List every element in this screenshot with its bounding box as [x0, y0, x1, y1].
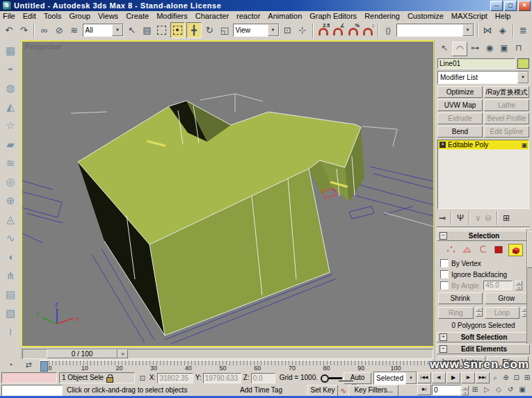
compounds-icon[interactable]: ◍ [2, 80, 19, 96]
chevron-down-icon[interactable]: ▼ [517, 72, 529, 83]
undo-icon[interactable]: ↶ [2, 23, 16, 38]
menu-file[interactable]: File [3, 12, 15, 20]
bend-button[interactable]: Bend [437, 126, 483, 138]
bind-to-space-warp-icon[interactable]: ≋ [67, 23, 81, 38]
particles-icon[interactable]: ◭ [2, 99, 19, 115]
close-button[interactable]: ✕ [518, 1, 531, 11]
selection-rollout-header[interactable]: − Selection [437, 231, 530, 241]
space-warps-icon[interactable]: ≋ [2, 155, 19, 171]
track-bar-toggle-icon[interactable]: ⇄ [21, 360, 36, 371]
expand-icon[interactable]: + [440, 333, 447, 341]
chevron-down-icon[interactable]: ▼ [405, 372, 417, 384]
menu-edit[interactable]: Edit [23, 12, 36, 20]
menu-animation[interactable]: Animation [268, 12, 302, 20]
ignore-backfacing-checkbox[interactable] [440, 270, 449, 279]
collapse-icon[interactable]: − [440, 345, 447, 353]
auto-key-button[interactable]: Auto Key [344, 372, 371, 384]
menu-modifiers[interactable]: Modifiers [156, 12, 188, 20]
optimize-button[interactable]: Optimize [437, 86, 483, 98]
menu-customize[interactable]: Customize [408, 12, 444, 20]
rectangular-selection-region-icon[interactable] [155, 23, 169, 38]
stack-item-editable-poly[interactable]: + Editable Poly ▣ [438, 140, 529, 149]
reference-coordinate-dropdown[interactable]: View ▼ [233, 24, 280, 37]
menu-character[interactable]: Character [195, 12, 229, 20]
menu-tools[interactable]: Tools [44, 12, 62, 20]
x-coordinate-field[interactable]: 31802.35 [157, 373, 193, 383]
field-of-view-icon[interactable]: ▷ [481, 385, 492, 395]
rendering-icon[interactable]: ∿ [2, 230, 19, 246]
tab-display-icon[interactable]: ▣ [497, 42, 511, 55]
selection-filter-dropdown[interactable]: All ▼ [83, 24, 124, 37]
current-frame-field[interactable]: 0 [432, 385, 461, 395]
tab-create-icon[interactable]: ↖ [437, 42, 451, 55]
redo-icon[interactable]: ↷ [17, 23, 31, 38]
chevron-down-icon[interactable]: ▼ [268, 24, 279, 36]
go-to-end-button[interactable]: ▶▶| [476, 372, 490, 383]
element-mode-icon[interactable] [508, 244, 523, 256]
zoom-icon[interactable]: ⌕ [490, 373, 500, 383]
select-and-manipulate-icon[interactable]: ⊹ [296, 23, 309, 38]
z-coordinate-field[interactable]: 0.0 [251, 373, 275, 383]
mirror-icon[interactable]: ⋈ [481, 23, 495, 38]
min-max-toggle-icon[interactable]: ▣ [517, 385, 528, 395]
modifier-list-dropdown[interactable]: Modifier List ▼ [437, 71, 529, 84]
selection-lock-icon[interactable] [106, 374, 113, 382]
menu-reactor[interactable]: reactor [236, 12, 260, 20]
select-and-scale-icon[interactable]: ◱ [218, 23, 232, 38]
tab-hierarchy-icon[interactable]: ⊶ [468, 42, 482, 55]
vertex-mode-icon[interactable] [444, 244, 458, 255]
schematic-icon[interactable]: ▤ [2, 286, 19, 302]
named-selection-dropdown[interactable]: ▼ [396, 24, 474, 37]
by-vertex-checkbox[interactable] [440, 259, 449, 267]
helpers-icon[interactable]: ◎ [2, 174, 19, 190]
play-button[interactable]: ▶ [446, 372, 460, 383]
previous-frame-button[interactable]: ◀| [432, 372, 446, 383]
time-marker[interactable] [40, 361, 48, 372]
object-color-swatch[interactable] [517, 58, 529, 69]
pan-icon[interactable]: ◇ [493, 385, 504, 395]
angle-snap-icon[interactable]: ∠ [331, 23, 345, 38]
named-selection-sets-icon[interactable]: {} [382, 23, 396, 38]
select-and-rotate-icon[interactable]: ↻ [203, 23, 217, 38]
modifier-stack-list[interactable]: + Editable Poly ▣ [437, 140, 529, 209]
panel-scrollbar[interactable] [526, 229, 532, 344]
select-and-move-icon[interactable]: ╋ [186, 22, 202, 38]
spinner-snap-icon[interactable]: ↕ [361, 23, 375, 38]
transform-typein-icon[interactable]: ⊡ [137, 372, 147, 383]
edit-elements-rollout-header[interactable]: − Edit Elements [437, 344, 530, 354]
y-coordinate-field[interactable]: 19790.633 [203, 373, 241, 383]
configure-modifier-sets-icon[interactable]: ⊞ [503, 213, 510, 223]
border-mode-icon[interactable] [476, 244, 490, 255]
go-to-start-button[interactable]: |◀◀ [417, 372, 431, 383]
time-configuration-icon[interactable]: ⊞ [469, 385, 481, 395]
viewport-perspective[interactable]: Perspective [21, 40, 435, 347]
zoom-extents-icon[interactable]: ⊡ [512, 373, 522, 383]
arc-rotate-icon[interactable]: ↺ [505, 385, 516, 395]
grow-button[interactable]: Grow [485, 292, 529, 304]
object-name-field[interactable]: Line01 [437, 58, 515, 69]
select-and-link-icon[interactable]: ∞ [38, 23, 51, 38]
time-slider-button[interactable]: 0 / 100 [47, 349, 118, 358]
tab-motion-icon[interactable]: ◉ [483, 42, 497, 55]
add-time-tag-label[interactable]: Add Time Tag [238, 385, 284, 395]
time-slider-next-button[interactable]: > [118, 349, 128, 358]
select-object-icon[interactable]: ↖ [125, 23, 139, 38]
menu-views[interactable]: Views [98, 12, 118, 20]
chevron-down-icon[interactable]: ▼ [462, 24, 474, 36]
collapse-icon[interactable]: − [440, 232, 447, 240]
tab-modify-icon[interactable]: ◠ [452, 42, 467, 56]
mini-curve-editor-button[interactable]: ◔ [3, 360, 18, 371]
pin-stack-icon[interactable]: ⊸ [439, 213, 446, 223]
menu-group[interactable]: Group [69, 12, 90, 20]
maxscript-mini-listener-field[interactable] [1, 385, 63, 396]
materials-icon[interactable]: ◖ [2, 249, 19, 265]
uvw-map-button[interactable]: UVW Map [437, 99, 483, 111]
lights-cameras-icon[interactable]: ▰ [2, 136, 19, 152]
edge-mode-icon[interactable] [460, 244, 474, 255]
menu-rendering[interactable]: Rendering [364, 12, 400, 20]
title-bar[interactable]: S Untitled - Autodesk 3ds Max 8 - Stand-… [0, 0, 532, 11]
layer-manager-icon[interactable]: ≣ [517, 23, 531, 38]
ray-displace-button[interactable]: /Ray置换模式 [484, 86, 529, 98]
scrollbar-thumb[interactable] [527, 231, 532, 268]
minimize-button[interactable]: — [490, 1, 503, 11]
